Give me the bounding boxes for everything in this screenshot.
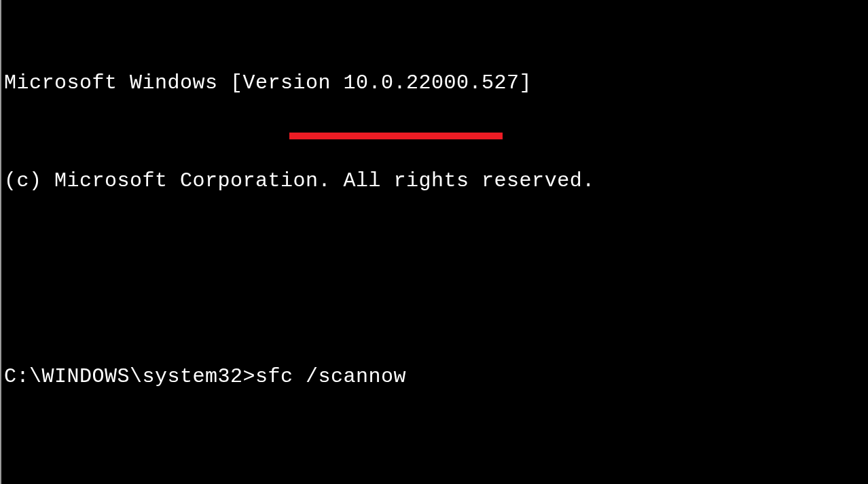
blank-line — [4, 262, 868, 295]
copyright-line: (c) Microsoft Corporation. All rights re… — [4, 165, 868, 197]
windows-version-line: Microsoft Windows [Version 10.0.22000.52… — [4, 67, 868, 99]
command-prompt-line[interactable]: C:\WINDOWS\system32>sfc /scannow — [4, 360, 868, 393]
prompt-path: C:\WINDOWS\system32> — [4, 365, 255, 388]
terminal-output[interactable]: Microsoft Windows [Version 10.0.22000.52… — [4, 1, 868, 426]
red-underline-annotation — [289, 133, 503, 139]
command-input[interactable]: sfc /scannow — [255, 365, 406, 388]
